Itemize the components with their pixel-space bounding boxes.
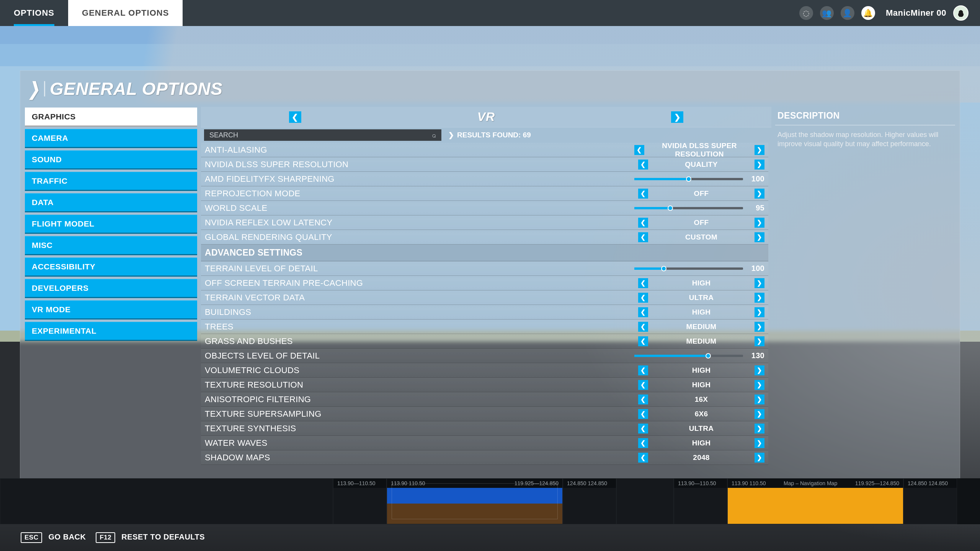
setting-row[interactable]: WORLD SCALE95	[201, 201, 768, 215]
slider-knob[interactable]	[686, 176, 691, 182]
sidebar-item-camera[interactable]: CAMERA	[25, 129, 197, 148]
value-prev-button[interactable]: ❮	[638, 322, 648, 332]
sidebar-item-developers[interactable]: DEVELOPERS	[25, 279, 197, 298]
value-next-button[interactable]: ❯	[755, 365, 764, 375]
value-prev-button[interactable]: ❮	[638, 424, 648, 434]
value-next-button[interactable]: ❯	[755, 145, 764, 155]
setting-row[interactable]: BUILDINGS❮HIGH❯	[201, 305, 768, 320]
value-prev-button[interactable]: ❮	[638, 232, 648, 242]
setting-row[interactable]: WATER WAVES❮HIGH❯	[201, 436, 768, 450]
value-next-button[interactable]: ❯	[755, 322, 764, 332]
value-next-button[interactable]: ❯	[755, 453, 764, 463]
setting-label: TERRAIN VECTOR DATA	[205, 293, 634, 303]
value-next-button[interactable]: ❯	[755, 278, 764, 288]
setting-row[interactable]: ANTI-ALIASING❮NVIDIA DLSS SUPER RESOLUTI…	[201, 143, 768, 157]
value-prev-button[interactable]: ❮	[638, 293, 648, 303]
setting-row[interactable]: TREES❮MEDIUM❯	[201, 320, 768, 334]
user-icon[interactable]: 👤	[841, 6, 854, 20]
globe-icon[interactable]: ◌	[799, 6, 813, 20]
value-next-button[interactable]: ❯	[755, 160, 764, 170]
value-next-button[interactable]: ❯	[755, 293, 764, 303]
value-next-button[interactable]: ❯	[755, 438, 764, 448]
value-next-button[interactable]: ❯	[755, 409, 764, 419]
setting-row[interactable]: NVIDIA REFLEX LOW LATENCY❮OFF❯	[201, 215, 768, 230]
value-prev-button[interactable]: ❮	[638, 336, 648, 346]
search-input[interactable]: SEARCH ⌕	[204, 129, 441, 141]
com1-freq: 124.850 124.850	[567, 480, 607, 486]
sidebar-item-vr-mode[interactable]: VR MODE	[25, 300, 197, 320]
f12-keycap: F12	[96, 532, 115, 543]
setting-row[interactable]: NVIDIA DLSS SUPER RESOLUTION❮QUALITY❯	[201, 157, 768, 172]
value-prev-button[interactable]: ❮	[638, 453, 648, 463]
setting-row[interactable]: VOLUMETRIC CLOUDS❮HIGH❯	[201, 363, 768, 378]
value-next-button[interactable]: ❯	[755, 380, 764, 390]
avatar[interactable]	[953, 5, 969, 21]
sidebar-item-sound[interactable]: SOUND	[25, 150, 197, 170]
value-next-button[interactable]: ❯	[755, 424, 764, 434]
category-next-button[interactable]: ❯	[671, 111, 683, 123]
options-panel: ❯ GENERAL OPTIONS GRAPHICSCAMERASOUNDTRA…	[20, 70, 960, 480]
value-next-button[interactable]: ❯	[755, 336, 764, 346]
setting-value: 16X	[652, 395, 751, 404]
slider-knob[interactable]	[706, 353, 711, 359]
setting-row[interactable]: SHADOW MAPS❮2048❯	[201, 450, 768, 465]
sidebar-item-traffic[interactable]: TRAFFIC	[25, 172, 197, 191]
breadcrumb-current[interactable]: GENERAL OPTIONS	[68, 0, 183, 26]
value-prev-button[interactable]: ❮	[638, 160, 648, 170]
setting-row[interactable]: TEXTURE RESOLUTION❮HIGH❯	[201, 378, 768, 392]
value-next-button[interactable]: ❯	[755, 218, 764, 228]
go-back-prompt[interactable]: ESC GO BACK	[21, 532, 86, 543]
setting-row[interactable]: TERRAIN VECTOR DATA❮ULTRA❯	[201, 290, 768, 305]
slider-track[interactable]	[634, 267, 743, 270]
sidebar-item-graphics[interactable]: GRAPHICS	[25, 108, 197, 127]
slider-track[interactable]	[634, 207, 743, 209]
slider-knob[interactable]	[668, 205, 673, 211]
setting-row[interactable]: OBJECTS LEVEL OF DETAIL130	[201, 349, 768, 363]
chevron-right-icon: ❯	[28, 81, 39, 97]
sidebar-item-accessibility[interactable]: ACCESSIBILITY	[25, 258, 197, 277]
value-prev-button[interactable]: ❮	[638, 278, 648, 288]
breadcrumb-root[interactable]: OPTIONS	[0, 0, 68, 26]
value-prev-button[interactable]: ❮	[638, 307, 648, 317]
slider-knob[interactable]	[661, 266, 666, 271]
setting-row[interactable]: TERRAIN LEVEL OF DETAIL100	[201, 261, 768, 276]
sidebar-item-flight-model[interactable]: FLIGHT MODEL	[25, 215, 197, 234]
value-prev-button[interactable]: ❮	[638, 189, 648, 199]
value-next-button[interactable]: ❯	[755, 307, 764, 317]
category-prev-button[interactable]: ❮	[289, 111, 301, 123]
value-prev-button[interactable]: ❮	[638, 409, 648, 419]
setting-row[interactable]: TEXTURE SUPERSAMPLING❮6X6❯	[201, 407, 768, 421]
com2-freq: 124.850 124.850	[908, 480, 948, 486]
slider-track[interactable]	[634, 355, 743, 357]
setting-label: NVIDIA REFLEX LOW LATENCY	[205, 218, 634, 228]
value-next-button[interactable]: ❯	[755, 395, 764, 404]
reset-prompt[interactable]: F12 RESET TO DEFAULTS	[96, 532, 205, 543]
setting-row[interactable]: AMD FIDELITYFX SHARPENING100	[201, 172, 768, 186]
value-prev-button[interactable]: ❮	[638, 380, 648, 390]
value-prev-button[interactable]: ❮	[638, 365, 648, 375]
sidebar-item-data[interactable]: DATA	[25, 193, 197, 212]
setting-row[interactable]: GLOBAL RENDERING QUALITY❮CUSTOM❯	[201, 230, 768, 245]
settings-list[interactable]: ANTI-ALIASING❮NVIDIA DLSS SUPER RESOLUTI…	[201, 143, 771, 476]
value-prev-button[interactable]: ❮	[638, 218, 648, 228]
setting-row[interactable]: REPROJECTION MODE❮OFF❯	[201, 186, 768, 201]
value-prev-button[interactable]: ❮	[638, 438, 648, 448]
setting-value: ULTRA	[652, 293, 751, 302]
value-prev-button[interactable]: ❮	[638, 395, 648, 404]
description-panel: DESCRIPTION Adjust the shadow map resolu…	[775, 107, 955, 476]
slider-track[interactable]	[634, 178, 743, 180]
setting-row[interactable]: GRASS AND BUSHES❮MEDIUM❯	[201, 334, 768, 349]
group-icon[interactable]: 👥	[820, 6, 834, 20]
sidebar-item-experimental[interactable]: EXPERIMENTAL	[25, 322, 197, 341]
value-next-button[interactable]: ❯	[755, 189, 764, 199]
value-next-button[interactable]: ❯	[755, 232, 764, 242]
setting-row[interactable]: TEXTURE SYNTHESIS❮ULTRA❯	[201, 421, 768, 436]
setting-label: TEXTURE SYNTHESIS	[205, 424, 634, 434]
setting-row[interactable]: OFF SCREEN TERRAIN PRE-CACHING❮HIGH❯	[201, 276, 768, 290]
value-prev-button[interactable]: ❮	[634, 145, 644, 155]
reset-label: RESET TO DEFAULTS	[121, 533, 205, 541]
sidebar-item-misc[interactable]: MISC	[25, 236, 197, 255]
setting-row[interactable]: ANISOTROPIC FILTERING❮16X❯	[201, 392, 768, 407]
bell-icon[interactable]: 🔔	[861, 6, 875, 20]
top-bar: OPTIONS GENERAL OPTIONS ◌ 👥 👤 🔔 ManicMin…	[0, 0, 980, 26]
